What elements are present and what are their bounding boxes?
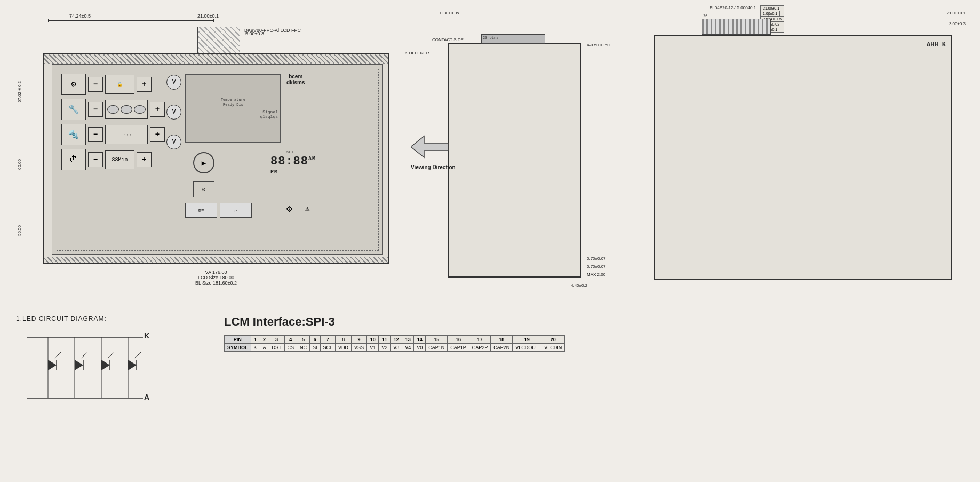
btn-icon-2[interactable]: 🔧	[61, 99, 86, 120]
pin-number-3: 3	[269, 336, 284, 344]
right-connector: 20 1	[702, 19, 771, 35]
dim-side-1: 4-0.50±0.50	[587, 43, 610, 48]
pin-number-8: 8	[336, 336, 352, 344]
display-text-1: Temperature	[221, 98, 245, 102]
btn-minus-3[interactable]: −	[88, 127, 103, 142]
time-display: 88:88AMPM	[270, 155, 316, 181]
top-view: 21.00±0.1 1.00±0.1 0.524±0.05 0.20±0.02 …	[622, 5, 968, 302]
left-dims: 67.62±0.2 66.00 56.50	[17, 53, 22, 264]
dim-bl-size: 67.62±0.2	[17, 81, 22, 102]
pin-symbol-12: V3	[391, 344, 402, 352]
gear-icon[interactable]: ⚙	[286, 203, 292, 215]
v-icon-3[interactable]: V	[166, 135, 181, 149]
dim-row-1: 1.00±0.1	[761, 11, 784, 17]
top-view-dim2: 21.00±0.1	[946, 11, 966, 15]
btn-plus-3[interactable]: +	[150, 127, 165, 142]
pin-symbol-19: VLCDOUT	[513, 344, 541, 352]
viewing-arrow-svg	[411, 133, 453, 160]
svg-marker-16	[101, 360, 110, 370]
dim-val-1: 1.00±0.1	[761, 11, 780, 16]
viewing-direction-group: Viewing Direction	[411, 133, 456, 170]
dim-lcd: 66.00	[17, 159, 22, 170]
dim-side-max: MAX 2.00	[587, 272, 605, 277]
v-icon-1[interactable]: V	[166, 75, 181, 90]
lcm-title: LCM Interface:SPI-3	[224, 315, 976, 329]
svg-marker-0	[411, 136, 448, 157]
pin-number-10: 10	[367, 336, 379, 344]
svg-text:A: A	[144, 393, 149, 401]
pin-symbol-16: CAP1P	[448, 344, 469, 352]
svg-line-9	[57, 352, 61, 356]
pin-number-11: 11	[379, 336, 391, 344]
connector-label: 20 pins	[482, 35, 499, 43]
main-display-box: Temperature Ready Dis Signalqlsqlqs	[185, 74, 281, 143]
btn-minus-2[interactable]: −	[88, 102, 103, 117]
svg-text:K: K	[144, 331, 149, 340]
oval-group	[105, 100, 148, 119]
pin-number-12: 12	[391, 336, 402, 344]
pin-number-19: 19	[513, 336, 541, 344]
pin-number-1: 1	[251, 336, 260, 344]
pin-symbol-8: VDD	[336, 344, 352, 352]
side-view: CONTACT SIDE 0.30±0.05 20 pins STIFFENER…	[405, 11, 614, 307]
contact-side-label: CONTACT SIDE	[432, 37, 464, 42]
btn-icon-4[interactable]: ⏱	[61, 149, 86, 170]
play-button[interactable]: ▶	[193, 152, 214, 173]
pin-number-20: 20	[541, 336, 565, 344]
btn-minus-1[interactable]: −	[88, 77, 103, 92]
main-container: 74.24±0.5 21.00±0.1 BK9V80-FPC-Al LCD FP…	[0, 0, 980, 482]
display-text-2: Ready Dis	[221, 102, 245, 107]
pin-number-7: 7	[320, 336, 336, 344]
warning-icon: ⚠	[305, 204, 309, 213]
dim-contact: 0.30±0.05	[440, 11, 459, 15]
dim-strip: 5.00±0.3	[245, 31, 264, 36]
pin-number-16: 16	[448, 336, 469, 344]
connector-strip-hatch	[197, 27, 240, 53]
v-icon-group: V V V	[166, 75, 181, 149]
outer-border: ⚙ − 🔒 + 🔧 −	[43, 53, 389, 264]
display-text-3: Signalqlsqlqs	[188, 109, 278, 119]
enter-btn[interactable]: ↵	[220, 203, 252, 218]
svg-line-14	[83, 352, 87, 356]
btn-display-1: 🔒	[105, 75, 134, 94]
btn-plus-4[interactable]: +	[137, 152, 152, 167]
front-view: 74.24±0.5 21.00±0.1 BK9V80-FPC-Al LCD FP…	[16, 11, 405, 283]
pin-number-17: 17	[469, 336, 491, 344]
pin-symbol-5: NC	[297, 344, 310, 352]
btn-plus-1[interactable]: +	[137, 77, 152, 92]
pin-number-15: 15	[426, 336, 448, 344]
brand-logo: bcem dkisms	[286, 74, 305, 85]
pin-symbol-13: V4	[402, 344, 414, 352]
right-dim: 3.00±0.3	[949, 21, 966, 26]
bl-size-label: BL Size 181.60±0.2	[43, 280, 389, 286]
lcm-section: LCM Interface:SPI-3 PIN12345678910111213…	[224, 315, 976, 410]
svg-marker-21	[128, 360, 137, 370]
v-icon-2[interactable]: V	[166, 105, 181, 120]
pin-symbol-20: VLCDIN	[541, 344, 565, 352]
oval-2	[121, 105, 132, 114]
pin-number-2: 2	[260, 336, 269, 344]
pin-symbol-17: CAP2P	[469, 344, 491, 352]
btn-minus-4[interactable]: −	[88, 152, 103, 167]
svg-marker-11	[75, 360, 83, 370]
content-border: ⚙ − 🔒 + 🔧 −	[57, 69, 379, 251]
pin-1-label: 1	[767, 14, 769, 18]
dim-va: 56.50	[17, 225, 22, 236]
right-rect: AHH K	[654, 35, 952, 280]
btn-icon-3[interactable]: 🔩	[61, 124, 86, 145]
pin-number-5: 5	[297, 336, 310, 344]
oval-1	[107, 105, 119, 114]
led-title: 1.LED CIRCUIT DIAGRAM:	[16, 315, 203, 322]
sub-btn-1[interactable]: ⊙	[193, 181, 214, 197]
btn-icon-1[interactable]: ⚙	[61, 74, 86, 95]
btn-plus-2[interactable]: +	[150, 102, 165, 117]
lcd-panel: ⚙ − 🔒 + 🔧 −	[52, 64, 383, 255]
preset-btn[interactable]: ⚙≡	[185, 203, 217, 218]
pin-symbol-15: CAP1N	[426, 344, 448, 352]
bottom-btn-group: ⚙≡ ↵	[185, 203, 252, 218]
pin-symbol-1: K	[251, 344, 260, 352]
pin-number-6: 6	[310, 336, 321, 344]
pin-symbol-4: CS	[284, 344, 297, 352]
va-label: VA 176.00	[43, 270, 389, 275]
ahhk-label: AHH K	[927, 41, 946, 49]
